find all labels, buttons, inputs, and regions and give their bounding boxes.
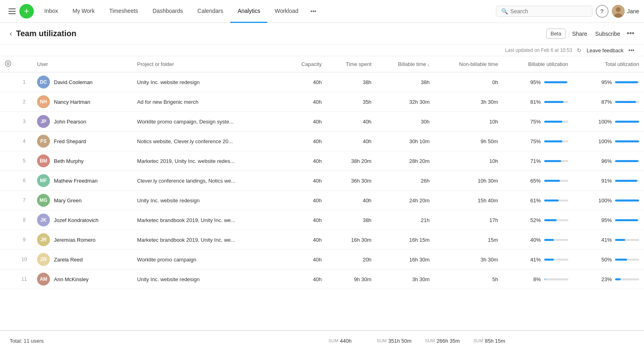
total-util-value: 96% (601, 158, 612, 164)
beta-badge[interactable]: Beta (546, 29, 566, 39)
row-total-util: 23% (573, 269, 644, 289)
col-billable-util[interactable]: Billable utilization (503, 56, 573, 72)
row-total-util: 50% (573, 250, 644, 269)
total-util-value: 23% (601, 276, 612, 282)
user-avatar (612, 5, 625, 18)
total-util-value: 100% (599, 197, 612, 204)
total-util-bar (615, 219, 639, 221)
col-time-spent[interactable]: Time spent (326, 56, 376, 72)
col-non-billable[interactable]: Non-billable time (434, 56, 503, 72)
avatar: AM (37, 273, 50, 286)
total-util-bar-fill (615, 219, 638, 221)
billable-util-value: 65% (530, 178, 541, 184)
row-capacity: 40h (284, 151, 326, 171)
user-menu[interactable]: Jane (612, 5, 639, 18)
row-non-billable: 15h 40m (434, 191, 503, 210)
col-user[interactable]: User (32, 56, 132, 72)
user-name-cell: Mary Green (54, 197, 82, 204)
help-button[interactable]: ? (596, 5, 609, 18)
billable-util-bar (544, 140, 568, 142)
row-billable-time: 26h (376, 171, 434, 191)
user-name-cell: Mathew Freedman (54, 178, 97, 184)
total-util-bar-fill (615, 200, 639, 202)
billable-util-bar-fill (544, 239, 554, 241)
row-capacity: 40h (284, 92, 326, 112)
row-settings (0, 112, 16, 132)
add-button[interactable]: + (19, 4, 34, 19)
refresh-icon[interactable]: ↻ (577, 47, 582, 53)
table-row: 3 JP John Pearson Worklite promo campaig… (0, 112, 644, 132)
row-capacity: 40h (284, 112, 326, 132)
row-billable-time: 3h 30m (376, 269, 434, 289)
total-util-value: 95% (601, 217, 612, 223)
row-time-spent: 20h (326, 250, 376, 269)
total-util-bar (615, 180, 639, 182)
sort-icon: ↓ (427, 62, 430, 67)
row-settings (0, 92, 16, 112)
row-total-util: 96% (573, 151, 644, 171)
page-header: ‹ Team utilization Beta Share Subscribe … (0, 23, 644, 45)
billable-util-bar (544, 81, 568, 83)
billable-util-value: 61% (530, 197, 541, 204)
billable-util-bar-fill (544, 81, 567, 83)
total-util-value: 87% (601, 99, 612, 105)
total-util-bar (615, 239, 639, 241)
billable-util-value: 81% (530, 99, 541, 105)
row-billable-time: 32h 30m (376, 92, 434, 112)
billable-util-bar (544, 121, 568, 123)
col-capacity[interactable]: Capacity (284, 56, 326, 72)
billable-util-value: 75% (530, 138, 541, 144)
total-util-bar (615, 121, 639, 123)
total-util-value: 91% (601, 178, 612, 184)
footer-sum-time-spent: SUM 351h 50m (374, 338, 422, 344)
billable-util-value: 75% (530, 119, 541, 125)
col-settings[interactable] (0, 56, 16, 72)
total-util-bar (615, 101, 639, 103)
nav-more[interactable]: ••• (305, 0, 321, 23)
search-box[interactable]: 🔍 (496, 6, 592, 17)
col-billable-time[interactable]: Billable time↓ (376, 56, 434, 72)
menu-icon[interactable] (5, 4, 19, 19)
nav-dashboards[interactable]: Dashboards (145, 0, 190, 23)
row-settings (0, 269, 16, 289)
total-util-bar (615, 278, 639, 280)
billable-util-bar-fill (544, 219, 557, 221)
row-billable-util: 71% (503, 151, 573, 171)
row-non-billable: 0h (434, 72, 503, 92)
table-row: 6 MF Mathew Freedman Clever.ly conferenc… (0, 171, 644, 191)
row-user: AM Ann McKinsley (32, 269, 132, 289)
row-billable-util: 81% (503, 92, 573, 112)
row-billable-time: 38h (376, 72, 434, 92)
total-util-bar-fill (615, 160, 638, 162)
header-more-icon[interactable]: ••• (627, 29, 634, 38)
share-button[interactable]: Share (570, 31, 588, 37)
billable-util-bar (544, 101, 568, 103)
billable-util-value: 95% (530, 79, 541, 85)
nav-mywork[interactable]: My Work (65, 0, 102, 23)
feedback-button[interactable]: Leave feedback (586, 47, 623, 53)
billable-util-bar-fill (544, 278, 546, 280)
billable-util-bar (544, 259, 568, 261)
row-num: 6 (16, 171, 32, 191)
nav-analytics[interactable]: Analytics (230, 0, 267, 23)
col-project[interactable]: Project or folder (132, 56, 285, 72)
row-total-util: 100% (573, 191, 644, 210)
nav-calendars[interactable]: Calendars (190, 0, 231, 23)
nav-inbox[interactable]: Inbox (37, 0, 65, 23)
row-capacity: 40h (284, 210, 326, 230)
footer-sum-capacity: SUM 440h (325, 338, 374, 344)
nav-workload[interactable]: Workload (267, 0, 305, 23)
total-util-bar-fill (615, 278, 621, 280)
back-button[interactable]: ‹ (10, 29, 12, 38)
svg-point-6 (5, 61, 11, 66)
row-billable-util: 75% (503, 132, 573, 151)
subscribe-button[interactable]: Subscribe (594, 31, 622, 37)
user-name-cell: Fred Shepard (54, 138, 86, 144)
status-more-icon[interactable]: ••• (628, 47, 634, 53)
nav-timesheets[interactable]: Timesheets (102, 0, 145, 23)
user-name: Jane (627, 8, 639, 14)
col-total-util[interactable]: Total utilization (573, 56, 644, 72)
search-input[interactable] (510, 8, 587, 14)
billable-util-bar-fill (544, 121, 562, 123)
footer-sum-billable: SUM 266h 35m (422, 338, 470, 344)
